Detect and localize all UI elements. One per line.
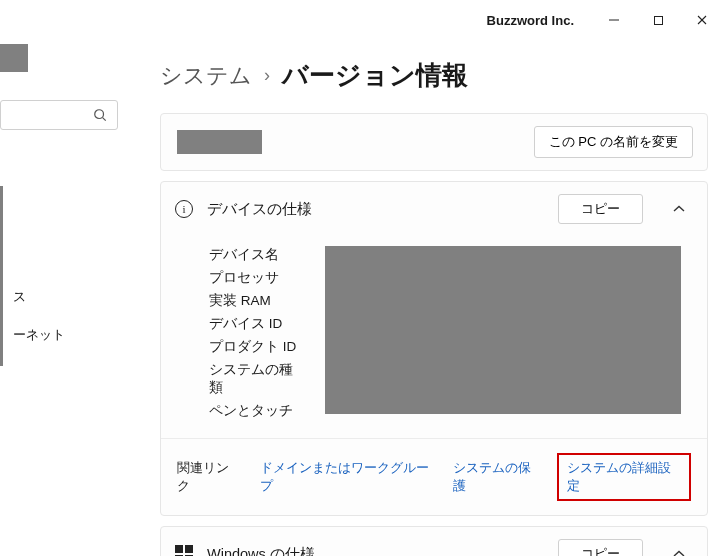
search-input[interactable] <box>0 100 118 130</box>
info-icon: i <box>175 200 193 218</box>
profile-avatar[interactable] <box>0 44 28 72</box>
spec-labels: デバイス名 プロセッサ 実装 RAM デバイス ID プロダクト ID システム… <box>209 246 305 420</box>
main-content: システム › バージョン情報 この PC の名前を変更 i デバイスの仕様 コピ… <box>140 40 728 556</box>
window-title: Buzzword Inc. <box>487 13 574 28</box>
related-label: 関連リンク <box>177 459 240 495</box>
spec-label: デバイス ID <box>209 315 305 333</box>
spec-label: プロセッサ <box>209 269 305 287</box>
highlight-annotation: システムの詳細設定 <box>557 453 691 501</box>
spec-values-redacted <box>325 246 681 414</box>
nav-item[interactable]: ス <box>13 288 140 306</box>
link-advanced-settings[interactable]: システムの詳細設定 <box>567 460 671 493</box>
nav-list: ス ーネット <box>0 186 140 366</box>
svg-point-4 <box>95 110 104 119</box>
svg-line-5 <box>103 118 106 121</box>
device-spec-body: デバイス名 プロセッサ 実装 RAM デバイス ID プロダクト ID システム… <box>161 236 707 438</box>
copy-button[interactable]: コピー <box>558 194 643 224</box>
windows-spec-title: Windows の仕様 <box>207 545 544 557</box>
spec-label: システムの種類 <box>209 361 305 397</box>
pc-name-card: この PC の名前を変更 <box>160 113 708 171</box>
breadcrumb-parent[interactable]: システム <box>160 61 252 91</box>
spec-label: 実装 RAM <box>209 292 305 310</box>
nav-item[interactable]: ーネット <box>13 326 140 344</box>
spec-label: プロダクト ID <box>209 338 305 356</box>
titlebar: Buzzword Inc. <box>0 0 728 40</box>
pc-name-redacted <box>177 130 262 154</box>
windows-spec-card[interactable]: Windows の仕様 コピー <box>160 526 708 556</box>
related-links-row: 関連リンク ドメインまたはワークグループ システムの保護 システムの詳細設定 <box>161 438 707 515</box>
link-system-protection[interactable]: システムの保護 <box>453 459 541 495</box>
minimize-button[interactable] <box>592 4 636 36</box>
search-icon <box>93 108 107 122</box>
link-domain-workgroup[interactable]: ドメインまたはワークグループ <box>260 459 437 495</box>
spec-label: デバイス名 <box>209 246 305 264</box>
sidebar: ス ーネット <box>0 40 140 556</box>
chevron-up-icon[interactable] <box>665 205 693 213</box>
device-spec-title: デバイスの仕様 <box>207 200 544 219</box>
chevron-right-icon: › <box>264 65 270 86</box>
rename-pc-button[interactable]: この PC の名前を変更 <box>534 126 693 158</box>
close-button[interactable] <box>680 4 724 36</box>
chevron-up-icon[interactable] <box>665 550 693 556</box>
breadcrumb: システム › バージョン情報 <box>160 58 708 93</box>
page-title: バージョン情報 <box>282 58 468 93</box>
windows-icon <box>175 545 193 556</box>
maximize-button[interactable] <box>636 4 680 36</box>
svg-rect-1 <box>654 16 662 24</box>
device-spec-header[interactable]: i デバイスの仕様 コピー <box>161 182 707 236</box>
spec-label: ペンとタッチ <box>209 402 305 420</box>
copy-button[interactable]: コピー <box>558 539 643 556</box>
device-spec-card: i デバイスの仕様 コピー デバイス名 プロセッサ 実装 RAM デバイス ID… <box>160 181 708 516</box>
